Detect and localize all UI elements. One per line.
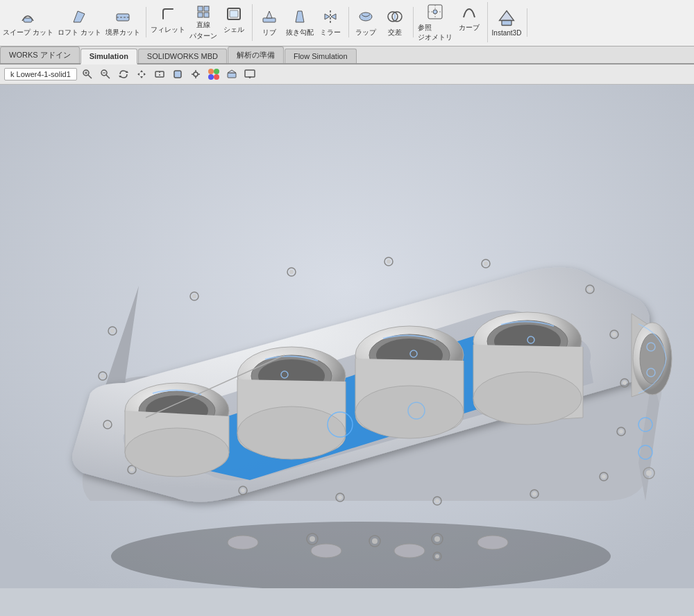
- svg-point-46: [208, 74, 214, 80]
- secondary-toolbar: k Lower4-1-solid1: [0, 65, 694, 85]
- intersect-label: 交差: [388, 28, 402, 37]
- appearance-icon[interactable]: [206, 67, 221, 82]
- svg-point-45: [214, 69, 219, 74]
- toolbar-group-features: リブ 抜き勾配 ミラー: [257, 7, 349, 37]
- svg-marker-12: [325, 14, 330, 19]
- direct-edit-label: 直線: [196, 20, 210, 30]
- shell-icon: [224, 4, 244, 24]
- direct-edit-icon: [196, 4, 211, 19]
- toolbar-group-wrap: ラップ 交差: [353, 7, 414, 37]
- intersect-button[interactable]: 交差: [382, 7, 407, 37]
- display-style-icon[interactable]: [170, 67, 185, 82]
- svg-point-120: [228, 536, 258, 549]
- loft-cut-button[interactable]: ロフト カット: [58, 7, 101, 37]
- instant3d-label: Instant3D: [492, 29, 522, 37]
- svg-rect-48: [228, 73, 236, 78]
- toolbar-group-fillet: フィレット 直線 パターン シェル: [151, 4, 253, 41]
- tab-analysis-prep[interactable]: 解析の準備: [228, 46, 284, 63]
- viewport[interactable]: [0, 85, 694, 588]
- instant3d-button[interactable]: Instant3D: [492, 8, 522, 37]
- svg-rect-4: [204, 6, 209, 11]
- intersect-icon: [385, 7, 405, 26]
- boundary-cut-button[interactable]: 境界カット: [105, 7, 140, 37]
- svg-point-106: [473, 372, 582, 425]
- view-settings-icon[interactable]: [188, 67, 203, 82]
- tab-bar: WORKS アドイン Simulation SOLIDWORKS MBD 解析の…: [0, 46, 694, 65]
- svg-point-82: [130, 468, 134, 472]
- zoom-out-icon[interactable]: [98, 67, 113, 82]
- toolbar-group-cuts: スイープ カット ロフト カット 境界カット: [3, 7, 146, 37]
- wrap-button[interactable]: ラップ: [353, 7, 378, 37]
- svg-point-121: [311, 544, 341, 558]
- svg-line-24: [88, 75, 92, 78]
- tab-works-addin[interactable]: WORKS アドイン: [0, 46, 80, 63]
- tab-simulation[interactable]: Simulation: [81, 49, 137, 65]
- mirror-icon: [321, 7, 340, 26]
- sweep-cut-label: スイープ カット: [3, 28, 53, 37]
- svg-rect-38: [174, 71, 181, 78]
- rib-label: リブ: [262, 28, 276, 37]
- reference-geometry-button[interactable]: 参照ジオメトリ: [418, 2, 452, 42]
- fillet-button[interactable]: フィレット: [151, 4, 185, 35]
- toolbar-group-instant3d: Instant3D: [492, 8, 528, 37]
- svg-point-88: [110, 329, 115, 333]
- svg-point-78: [338, 495, 342, 499]
- boundary-cut-icon: [113, 7, 133, 26]
- curve-icon: [459, 2, 479, 22]
- svg-marker-11: [296, 11, 304, 22]
- svg-rect-9: [263, 18, 276, 22]
- svg-marker-21: [499, 10, 514, 20]
- svg-point-47: [214, 74, 219, 80]
- svg-marker-49: [228, 70, 236, 73]
- monitor-icon[interactable]: [242, 67, 257, 82]
- wrap-icon: [356, 7, 375, 26]
- svg-marker-10: [266, 11, 272, 18]
- fillet-icon: [158, 4, 178, 24]
- svg-point-20: [433, 10, 437, 14]
- svg-point-101: [355, 386, 464, 438]
- fillet-label: フィレット: [151, 25, 185, 35]
- svg-point-123: [477, 536, 508, 549]
- svg-point-122: [394, 544, 425, 558]
- direct-edit-button[interactable]: 直線: [189, 4, 217, 30]
- svg-point-119: [435, 554, 439, 558]
- pan-icon[interactable]: [134, 67, 149, 82]
- svg-point-56: [192, 294, 196, 298]
- svg-point-129: [646, 470, 652, 476]
- curve-button[interactable]: カーブ: [457, 2, 482, 33]
- loft-cut-label: ロフト カット: [58, 28, 101, 37]
- draft-icon: [290, 7, 310, 26]
- svg-marker-35: [144, 73, 146, 76]
- svg-marker-33: [140, 76, 143, 78]
- svg-point-44: [208, 69, 214, 74]
- svg-rect-22: [502, 20, 511, 25]
- svg-point-62: [484, 262, 488, 266]
- svg-marker-32: [140, 70, 143, 72]
- shell-button[interactable]: シェル: [221, 4, 246, 35]
- mirror-button[interactable]: ミラー: [318, 7, 343, 37]
- svg-point-76: [435, 499, 439, 503]
- svg-point-70: [619, 429, 623, 434]
- rib-icon: [260, 7, 279, 26]
- rib-button[interactable]: リブ: [257, 7, 282, 37]
- svg-point-117: [434, 536, 440, 542]
- tab-flow-simulation[interactable]: Flow Simulation: [285, 49, 357, 63]
- boundary-cut-label: 境界カット: [105, 28, 140, 37]
- tab-solidworks-mbd[interactable]: SOLIDWORKS MBD: [138, 49, 227, 63]
- svg-point-92: [125, 428, 229, 477]
- svg-point-64: [588, 287, 592, 291]
- sweep-cut-button[interactable]: スイープ カット: [3, 7, 53, 37]
- svg-point-74: [532, 492, 536, 496]
- document-label: k Lower4-1-solid1: [4, 68, 77, 80]
- rotate-icon[interactable]: [116, 67, 131, 82]
- loft-cut-icon: [69, 7, 89, 26]
- svg-marker-34: [137, 73, 139, 76]
- section-view-icon[interactable]: [152, 67, 167, 82]
- mirror-label: ミラー: [320, 28, 341, 37]
- svg-line-28: [106, 75, 110, 78]
- scene-icon[interactable]: [224, 67, 239, 82]
- draft-button[interactable]: 抜き勾配: [286, 7, 314, 37]
- reference-geometry-icon: [425, 2, 445, 22]
- instant3d-icon: [497, 8, 516, 28]
- zoom-fit-icon[interactable]: [80, 67, 95, 82]
